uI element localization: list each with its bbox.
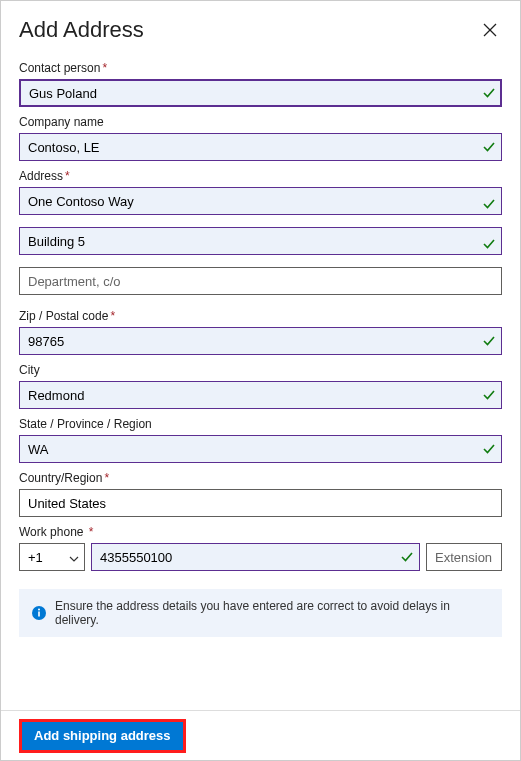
panel-header: Add Address xyxy=(19,17,502,43)
label-state: State / Province / Region xyxy=(19,417,502,431)
select-country-code[interactable] xyxy=(19,543,85,571)
label-address: Address* xyxy=(19,169,502,183)
field-country: Country/Region* xyxy=(19,471,502,517)
add-shipping-address-button[interactable]: Add shipping address xyxy=(19,719,186,753)
add-address-panel: Add Address Contact person* Company name… xyxy=(0,0,521,761)
input-phone-extension[interactable] xyxy=(426,543,502,571)
info-message: Ensure the address details you have ente… xyxy=(19,589,502,637)
label-contact-person: Contact person* xyxy=(19,61,502,75)
input-country[interactable] xyxy=(19,489,502,517)
svg-point-4 xyxy=(38,609,40,611)
info-text: Ensure the address details you have ente… xyxy=(55,599,490,627)
field-work-phone: Work phone * xyxy=(19,525,502,571)
input-company-name[interactable] xyxy=(19,133,502,161)
input-zip[interactable] xyxy=(19,327,502,355)
field-zip: Zip / Postal code* xyxy=(19,309,502,355)
label-company-name: Company name xyxy=(19,115,502,129)
input-state[interactable] xyxy=(19,435,502,463)
panel-title: Add Address xyxy=(19,17,144,43)
input-city[interactable] xyxy=(19,381,502,409)
info-icon xyxy=(31,605,47,621)
label-city: City xyxy=(19,363,502,377)
input-address-line1[interactable] xyxy=(19,187,502,215)
field-city: City xyxy=(19,363,502,409)
field-state: State / Province / Region xyxy=(19,417,502,463)
svg-rect-3 xyxy=(38,612,40,617)
label-work-phone: Work phone * xyxy=(19,525,502,539)
field-address: Address* xyxy=(19,169,502,301)
label-country: Country/Region* xyxy=(19,471,502,485)
panel-footer: Add shipping address xyxy=(1,710,520,760)
close-icon xyxy=(483,23,497,37)
field-company-name: Company name xyxy=(19,115,502,161)
label-zip: Zip / Postal code* xyxy=(19,309,502,323)
input-contact-person[interactable] xyxy=(19,79,502,107)
input-phone-number[interactable] xyxy=(91,543,420,571)
close-button[interactable] xyxy=(478,18,502,42)
field-contact-person: Contact person* xyxy=(19,61,502,107)
input-address-line3[interactable] xyxy=(19,267,502,295)
input-address-line2[interactable] xyxy=(19,227,502,255)
